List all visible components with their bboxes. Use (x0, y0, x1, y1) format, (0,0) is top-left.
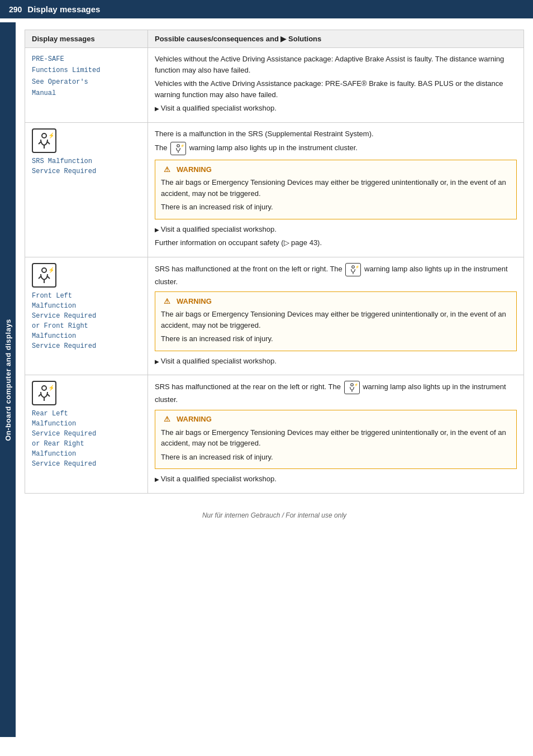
footer-text: Nur für internen Gebrauch / For internal… (25, 510, 524, 532)
rear-srs-icon-svg: ⚡ (35, 384, 53, 402)
front-srs-icon-svg: ⚡ (35, 266, 53, 284)
inline-srs-icon-svg: ⚡ (173, 143, 184, 154)
svg-point-16 (42, 386, 46, 390)
warning-title-srs: ⚠ WARNING (161, 164, 511, 175)
srs-p2: The ⚡ warning lamp also lights up in the… (155, 142, 517, 155)
table-row: PRE-SAFEFunctions LimitedSee Operator'sM… (25, 48, 524, 123)
rear-message-text: Rear LeftMalfunctionService Requiredor R… (32, 409, 141, 469)
content-cell-presafe: Vehicles without the Active Driving Assi… (148, 48, 524, 123)
main-content: Display messages Possible causes/consequ… (16, 18, 533, 557)
svg-text:⚡: ⚡ (48, 266, 53, 274)
svg-text:⚡: ⚡ (355, 265, 359, 269)
srs-warning-p2: There is an increased risk of injury. (161, 202, 511, 213)
display-table: Display messages Possible causes/consequ… (25, 30, 524, 494)
srs-p1: There is a malfunction in the SRS (Suppl… (155, 128, 517, 140)
inline-rear-icon-svg: ⚡ (346, 382, 358, 393)
presafe-p1: Vehicles without the Active Driving Assi… (155, 54, 517, 75)
rear-warning-p2: There is an increased risk of injury. (161, 452, 511, 463)
svg-line-3 (47, 142, 50, 144)
svg-text:⚡: ⚡ (48, 384, 53, 391)
front-srs-icon: ⚡ (32, 263, 56, 288)
warning-triangle-icon-rear: ⚠ (161, 414, 173, 425)
warning-title-rear: ⚠ WARNING (161, 414, 511, 425)
srs-further-info: Further information on occupant safety (… (155, 237, 517, 248)
rear-warning-p1: The air bags or Emergency Tensioning Dev… (161, 427, 511, 449)
front-p1: SRS has malfunctioned at the front on th… (155, 263, 517, 288)
page-header: 290 Display messages (0, 0, 533, 18)
front-message-text: Front LeftMalfunctionService Requiredor … (32, 291, 141, 351)
srs-solution: Visit a qualified specialist workshop. (155, 224, 517, 235)
warning-box-rear: ⚠ WARNING The air bags or Emergency Tens… (155, 410, 517, 470)
inline-front-icon-svg: ⚡ (348, 265, 359, 275)
svg-text:⚡: ⚡ (354, 382, 357, 387)
warning-triangle-icon-front: ⚠ (161, 295, 173, 307)
col-header-solutions: Possible causes/consequences and ▶ Solut… (148, 30, 524, 48)
svg-line-18 (39, 394, 41, 396)
svg-point-0 (42, 133, 46, 138)
front-warning-p1: The air bags or Emergency Tensioning Dev… (161, 309, 511, 331)
srs-icon: ⚡ (32, 128, 56, 153)
warning-box-front: ⚠ WARNING The air bags or Emergency Tens… (155, 291, 517, 351)
side-label-container: On-board computer and displays (0, 22, 16, 737)
srs-icon-svg: ⚡ (35, 132, 53, 150)
presafe-p2: Vehicles with the Active Driving Assista… (155, 78, 517, 100)
presafe-solution: Visit a qualified specialist workshop. (155, 103, 517, 114)
front-solution: Visit a qualified specialist workshop. (155, 356, 517, 367)
svg-point-8 (42, 268, 46, 272)
content-cell-front: SRS has malfunctioned at the front on th… (148, 257, 524, 375)
message-cell-front: ⚡ Front LeftMalfunctionService Requiredo… (25, 257, 148, 375)
front-warning-p2: There is an increased risk of injury. (161, 333, 511, 344)
content-cell-rear: SRS has malfunctioned at the rear on the… (148, 375, 524, 494)
inline-front-icon: ⚡ (345, 263, 361, 276)
side-label: On-board computer and displays (4, 319, 12, 441)
warning-title-front: ⚠ WARNING (161, 295, 511, 307)
svg-line-19 (47, 394, 50, 396)
message-cell-rear: ⚡ Rear LeftMalfunctionService Requiredor… (25, 375, 148, 494)
svg-point-13 (352, 265, 355, 268)
svg-line-10 (39, 276, 41, 279)
col-header-message: Display messages (25, 30, 148, 48)
inline-srs-icon: ⚡ (170, 142, 186, 155)
page-number: 290 (9, 5, 22, 14)
content-cell-srs: There is a malfunction in the SRS (Suppl… (148, 122, 524, 257)
table-row: ⚡ SRS MalfunctionService Required There … (25, 122, 524, 257)
message-cell-presafe: PRE-SAFEFunctions LimitedSee Operator'sM… (25, 48, 148, 123)
svg-point-21 (350, 384, 353, 386)
page-title: Display messages (27, 4, 100, 14)
message-cell-srs: ⚡ SRS MalfunctionService Required (25, 122, 148, 257)
warning-box-srs: ⚠ WARNING The air bags or Emergency Tens… (155, 160, 517, 219)
inline-rear-icon: ⚡ (344, 381, 360, 394)
srs-message-text: SRS MalfunctionService Required (32, 156, 141, 176)
srs-warning-p1: The air bags or Emergency Tensioning Dev… (161, 177, 511, 199)
rear-p1: SRS has malfunctioned at the rear on the… (155, 381, 517, 405)
warning-triangle-icon: ⚠ (161, 164, 173, 175)
rear-srs-icon: ⚡ (32, 381, 56, 405)
table-row: ⚡ Front LeftMalfunctionService Requiredo… (25, 257, 524, 375)
svg-text:⚡: ⚡ (180, 143, 184, 148)
svg-text:⚡: ⚡ (48, 132, 53, 139)
rear-solution: Visit a qualified specialist workshop. (155, 473, 517, 485)
presafe-message-text: PRE-SAFEFunctions LimitedSee Operator'sM… (32, 54, 141, 99)
svg-line-11 (47, 276, 50, 279)
svg-line-2 (39, 142, 41, 144)
svg-point-5 (177, 145, 180, 147)
table-row: ⚡ Rear LeftMalfunctionService Requiredor… (25, 375, 524, 494)
